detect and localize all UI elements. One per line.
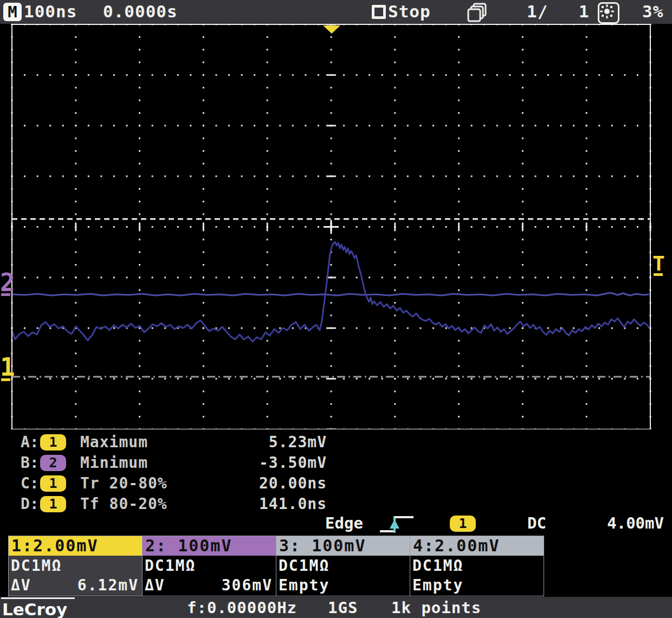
- frequency-readout: f:0.00000Hz: [187, 598, 297, 617]
- intensity-percent: 3%: [642, 2, 663, 21]
- channel-2-delta-label: ΔV: [145, 576, 165, 596]
- sample-rate-readout: 1GS: [328, 598, 358, 617]
- timebase-readout[interactable]: 100ns: [24, 2, 77, 21]
- measurement-row-c: C: 1 Tr 20-80% 20.00ns: [0, 474, 672, 494]
- measurement-value: -3.50mV: [259, 453, 327, 473]
- trigger-type-label[interactable]: Edge: [325, 512, 363, 535]
- channel-3-coupling: DC1MΩ: [276, 556, 410, 576]
- measurement-id: D:: [21, 494, 39, 514]
- channel-4-status: Empty: [412, 576, 463, 596]
- timebase-mode-badge[interactable]: M: [3, 3, 22, 21]
- channel-2-coupling: DC1MΩ: [143, 556, 276, 576]
- trigger-level-marker[interactable]: T: [652, 252, 665, 275]
- measurement-value: 141.0ns: [259, 494, 327, 514]
- top-status-bar: M 100ns 0.0000s Stop 1/ 1 3%: [0, 0, 672, 24]
- measurement-name: Maximum: [80, 433, 148, 452]
- channel-1-delta-value: 6.12mV: [77, 576, 139, 596]
- bottom-status-bar: LeCroy f:0.00000Hz 1GS 1k points: [0, 597, 672, 618]
- intensity-icon[interactable]: [598, 2, 619, 24]
- channel-badge: 1: [40, 434, 66, 450]
- channel-badge: 1: [40, 496, 66, 512]
- page-total: 1: [579, 2, 590, 21]
- channel-1-scale: 1:2.00mV: [9, 536, 142, 556]
- channel-1-coupling: DC1MΩ: [9, 556, 142, 576]
- measurement-name: Tf 80-20%: [80, 494, 167, 514]
- measurement-name: Tr 20-80%: [80, 474, 167, 493]
- measurement-row-a: A: 1 Maximum 5.23mV: [0, 433, 672, 453]
- channel-2-scale: 2: 100mV: [143, 536, 276, 556]
- ch1-zero-marker[interactable]: 1: [0, 352, 15, 382]
- ch2-zero-marker[interactable]: 2: [0, 268, 15, 297]
- graticule-svg: 2 1 T: [0, 24, 672, 429]
- channel-1-delta-label: ΔV: [11, 576, 31, 596]
- channel-2-delta-value: 306mV: [222, 576, 273, 596]
- measurement-id: B:: [21, 453, 39, 473]
- rising-edge-icon[interactable]: [378, 513, 416, 535]
- channel-1-box[interactable]: 1:2.00mV DC1MΩ ΔV 6.12mV: [8, 536, 143, 596]
- trigger-level-underline: [654, 273, 663, 276]
- measurement-readouts: A: 1 Maximum 5.23mV B: 2 Minimum -3.50mV…: [0, 429, 672, 515]
- ch2-zero-underline: [1, 293, 10, 296]
- pages-stack-icon[interactable]: [466, 3, 491, 22]
- waveform-display: 2 1 T: [0, 24, 672, 429]
- measurement-name: Minimum: [80, 453, 148, 473]
- trigger-level-readout[interactable]: 4.00mV: [607, 512, 664, 535]
- measurement-value: 5.23mV: [269, 433, 327, 452]
- channel-descriptors: 1:2.00mV DC1MΩ ΔV 6.12mV 2: 100mV DC1MΩ …: [8, 536, 544, 596]
- page-current: 1/: [527, 2, 548, 21]
- trigger-source-badge[interactable]: 1: [450, 516, 476, 532]
- measurement-id: A:: [21, 433, 39, 452]
- channel-4-scale: 4:2.00mV: [410, 536, 544, 556]
- trigger-coupling-label[interactable]: DC: [527, 512, 546, 535]
- measurement-value: 20.00ns: [259, 474, 327, 493]
- trigger-summary: Edge 1 DC 4.00mV: [0, 512, 672, 536]
- acquisition-state-label[interactable]: Stop: [388, 2, 431, 21]
- channel-3-box[interactable]: 3: 100mV DC1MΩ Empty: [276, 536, 410, 596]
- record-length-readout: 1k points: [391, 598, 481, 617]
- lecroy-logo: LeCroy: [1, 597, 75, 618]
- channel-badge: 1: [40, 475, 66, 492]
- channel-badge: 2: [40, 455, 66, 471]
- channel-3-status: Empty: [279, 576, 329, 596]
- oscilloscope-screen: M 100ns 0.0000s Stop 1/ 1 3%: [0, 0, 672, 618]
- trigger-time-marker[interactable]: [323, 25, 340, 34]
- measurement-id: C:: [21, 474, 39, 493]
- channel-4-coupling: DC1MΩ: [410, 556, 544, 576]
- ch1-zero-underline: [1, 378, 10, 381]
- channel-4-box[interactable]: 4:2.00mV DC1MΩ Empty: [410, 536, 544, 596]
- channel-3-scale: 3: 100mV: [276, 536, 410, 556]
- stop-square-icon: [372, 5, 386, 19]
- channel-2-box[interactable]: 2: 100mV DC1MΩ ΔV 306mV: [142, 536, 276, 596]
- measurement-row-b: B: 2 Minimum -3.50mV: [0, 453, 672, 474]
- trigger-delay-readout[interactable]: 0.0000s: [103, 2, 178, 21]
